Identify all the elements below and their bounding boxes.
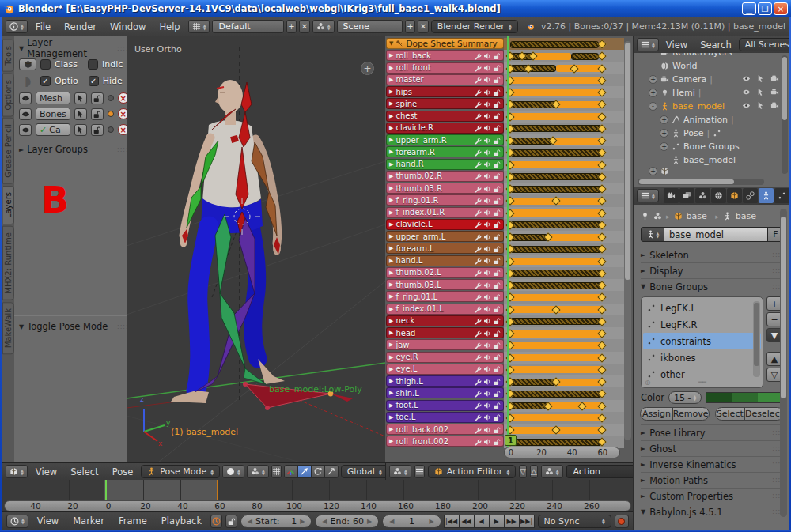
- outliner-vscrollbar[interactable]: [782, 55, 788, 174]
- dopesheet-ruler[interactable]: 0204060: [504, 447, 620, 458]
- keyframe-row[interactable]: [504, 387, 624, 399]
- expand-toggle[interactable]: +: [660, 129, 668, 138]
- select-cursor-icon[interactable]: [74, 92, 87, 104]
- outliner[interactable]: ▲▼ View Search All Scenes▲▼ RenderLayers…: [634, 36, 789, 187]
- timeline-editor-type-button[interactable]: ▲▼: [6, 515, 28, 528]
- properties-scrollbar[interactable]: [780, 209, 787, 517]
- keyframe-row[interactable]: [504, 86, 624, 98]
- mute-speaker-icon[interactable]: [483, 267, 491, 278]
- modifier-wrench-icon[interactable]: [474, 327, 482, 338]
- outliner-item-camera[interactable]: +Camera|: [634, 73, 781, 86]
- properties-editor-type-button[interactable]: ▲▼: [637, 189, 659, 202]
- layer-dot-icon[interactable]: [108, 95, 114, 101]
- modifier-wrench-icon[interactable]: [474, 315, 482, 326]
- modifier-wrench-icon[interactable]: [474, 111, 482, 122]
- keyframe-row[interactable]: [504, 194, 624, 206]
- channel-chest[interactable]: ▶chest: [386, 111, 504, 122]
- properties-tab-scene[interactable]: [695, 188, 710, 203]
- outliner-item-hemi[interactable]: +Hemi|: [634, 86, 781, 100]
- outliner-menu-view[interactable]: View: [660, 40, 693, 51]
- modifier-wrench-icon[interactable]: [474, 134, 482, 145]
- mute-speaker-icon[interactable]: [483, 50, 491, 61]
- sync-select[interactable]: No Sync▲▼: [538, 515, 611, 528]
- channel-toe-l[interactable]: ▶toe.L: [386, 412, 504, 423]
- mute-speaker-icon[interactable]: [483, 400, 491, 411]
- keyframe-row[interactable]: [504, 424, 624, 436]
- add-layout-button[interactable]: +: [286, 20, 297, 33]
- lock-icon[interactable]: [493, 304, 501, 315]
- jump-to-start-button[interactable]: |◀◀: [444, 515, 460, 528]
- modifier-wrench-icon[interactable]: [474, 291, 482, 302]
- outliner-item-world[interactable]: World: [634, 59, 781, 73]
- record-button[interactable]: [615, 515, 629, 528]
- keyframe-row[interactable]: [504, 400, 624, 412]
- modifier-wrench-icon[interactable]: [474, 424, 482, 435]
- action-id-button[interactable]: ▲▼: [541, 465, 563, 478]
- outliner-item-base-model[interactable]: -base_model: [634, 100, 781, 113]
- channel-clavicle-r[interactable]: ▶clavicle.R: [386, 123, 504, 134]
- lock-icon[interactable]: [493, 315, 501, 326]
- layer-name-button[interactable]: Bones: [36, 108, 70, 120]
- channel-thumb-03-r[interactable]: ▶thumb.03.R: [386, 183, 504, 194]
- lock-icon[interactable]: [493, 267, 501, 278]
- lock-icon[interactable]: [493, 291, 501, 302]
- datablock-type-button[interactable]: ▲▼: [641, 227, 664, 242]
- panel-skeleton[interactable]: ►Skeleton::::: [641, 247, 784, 262]
- editor-type-button[interactable]: ▲▼: [6, 20, 28, 33]
- timeline-menu-playback[interactable]: Playback: [156, 515, 207, 526]
- optio-checkbox[interactable]: ✓: [40, 76, 51, 86]
- properties-editor[interactable]: ▲▼ ▸ base_ ▸ base_ ▲▼ base_model F: [634, 187, 789, 530]
- menu-file[interactable]: File: [30, 21, 56, 32]
- mute-speaker-icon[interactable]: [483, 159, 491, 170]
- lock-icon[interactable]: [493, 62, 501, 74]
- channel-upper-arm-l[interactable]: ▶upper_arm.L: [386, 231, 504, 242]
- properties-tab-constraints[interactable]: [743, 188, 758, 203]
- translate-manipulator-button[interactable]: [297, 465, 312, 478]
- modifier-wrench-icon[interactable]: [474, 62, 482, 74]
- lock-icon[interactable]: [493, 364, 501, 375]
- datablock-name-field[interactable]: base_model: [664, 227, 768, 242]
- keyframe-row[interactable]: [504, 219, 624, 231]
- viewport-menu-pose[interactable]: Pose: [107, 466, 139, 477]
- keyframe-row[interactable]: [504, 183, 624, 194]
- lock-icon[interactable]: [91, 92, 104, 104]
- tool-tab-grease-pencil[interactable]: Grease Pencil: [2, 118, 14, 184]
- keyframe-row[interactable]: [504, 62, 624, 74]
- lock-icon[interactable]: [493, 352, 501, 363]
- lock-icon[interactable]: [493, 243, 501, 254]
- panel-bone-groups[interactable]: ▼Bone Groups::::: [641, 278, 784, 294]
- properties-tab-render[interactable]: [664, 188, 679, 203]
- keyframe-row[interactable]: [504, 231, 624, 243]
- assign-button[interactable]: Assign: [640, 407, 673, 421]
- menu-window[interactable]: Window: [104, 21, 151, 32]
- keyframe-diamond[interactable]: [597, 40, 606, 48]
- keyframe-row[interactable]: [504, 412, 624, 424]
- bone-groups-scrollbar[interactable]: [753, 301, 760, 377]
- expand-toggle[interactable]: +: [660, 115, 668, 124]
- visibility-eye-icon[interactable]: [19, 124, 32, 136]
- restrict-select-cursor-icon[interactable]: [756, 101, 765, 112]
- select-cursor-icon[interactable]: [74, 108, 87, 120]
- manipulator-toggle-button[interactable]: [271, 465, 282, 478]
- panel-motion-paths[interactable]: ►Motion Paths::::: [641, 472, 784, 488]
- hide-checkbox[interactable]: ✓: [89, 76, 99, 86]
- channel-roll-front[interactable]: ▶roll_front: [386, 62, 504, 74]
- mute-speaker-icon[interactable]: [483, 255, 491, 266]
- mode-select[interactable]: Pose Mode▲▼: [141, 465, 220, 478]
- outliner-scope-select[interactable]: All Scenes▲▼: [739, 38, 789, 51]
- prev-action-button[interactable]: ▽: [519, 465, 527, 478]
- timeline[interactable]: -40-200204060801001201401601802002202402…: [2, 480, 633, 511]
- minimize-button[interactable]: ▁: [742, 2, 756, 15]
- channel-neck[interactable]: ▶neck: [386, 315, 504, 326]
- modifier-wrench-icon[interactable]: [474, 400, 482, 411]
- lock-icon[interactable]: [493, 134, 501, 145]
- modifier-wrench-icon[interactable]: [474, 412, 482, 423]
- channel-forearm-l[interactable]: ▶forearm.L: [386, 243, 504, 254]
- lock-icon[interactable]: [91, 108, 104, 120]
- current-frame-field[interactable]: ◀1▶: [382, 515, 441, 528]
- keyframe-row[interactable]: [504, 171, 624, 183]
- start-frame-field[interactable]: ◀Start:1▶: [240, 515, 312, 528]
- mute-speaker-icon[interactable]: [483, 364, 491, 375]
- keyframe-row[interactable]: [504, 267, 624, 279]
- lock-icon[interactable]: [493, 387, 501, 398]
